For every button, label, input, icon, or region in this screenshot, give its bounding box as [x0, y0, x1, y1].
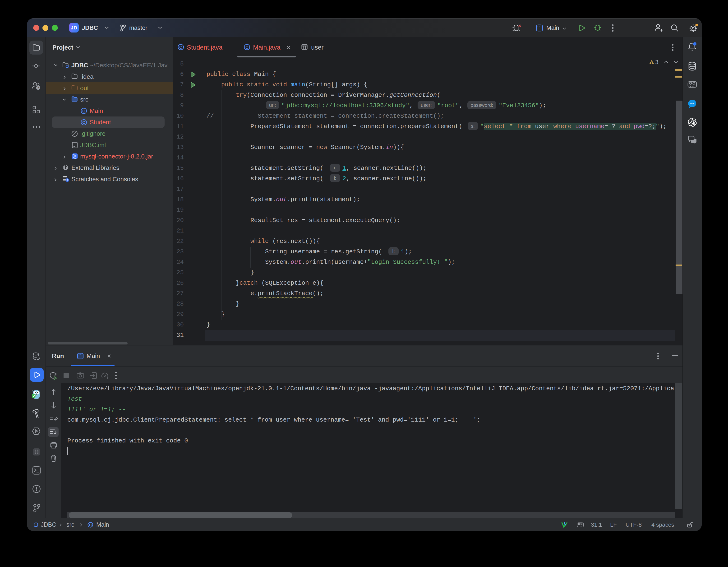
svg-text:C: C: [179, 45, 182, 50]
svg-text:C: C: [82, 120, 85, 125]
svg-text:C: C: [245, 45, 248, 50]
svg-text:C: C: [82, 109, 85, 113]
svg-text:C: C: [89, 523, 92, 527]
svg-text:?: ?: [37, 86, 39, 90]
